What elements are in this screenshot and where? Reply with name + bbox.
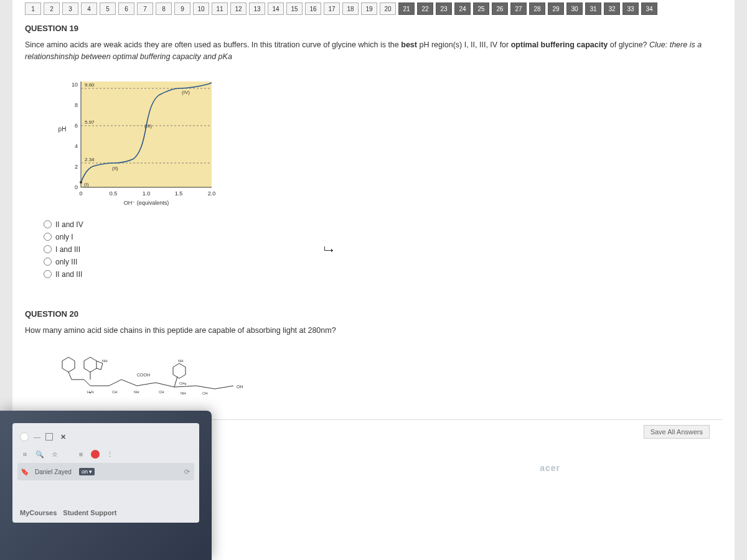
qnav-item-33[interactable]: 33	[622, 2, 639, 15]
qnav-item-19[interactable]: 19	[361, 2, 377, 15]
qnav-item-15[interactable]: 15	[286, 2, 303, 15]
svg-text:0: 0	[79, 190, 82, 197]
qnav-item-22[interactable]: 22	[417, 2, 433, 15]
refresh-icon[interactable]: ⟳	[182, 467, 192, 477]
svg-text:(I): (I)	[84, 182, 89, 187]
qnav-item-32[interactable]: 32	[604, 2, 620, 15]
profile-name[interactable]: Daniel Zayed	[35, 469, 72, 475]
qnav-item-10[interactable]: 10	[193, 2, 209, 15]
qnav-item-23[interactable]: 23	[436, 2, 452, 15]
svg-text:10: 10	[72, 82, 78, 88]
qnav-item-26[interactable]: 26	[492, 2, 508, 15]
radio-c[interactable]	[44, 245, 52, 253]
svg-text:5.97: 5.97	[85, 119, 95, 125]
star-icon[interactable]: ☆	[50, 449, 60, 459]
svg-point-26	[80, 181, 82, 184]
qnav-item-12[interactable]: 12	[230, 2, 247, 15]
qnav-item-1[interactable]: 1	[25, 2, 41, 15]
qnav-item-13[interactable]: 13	[249, 2, 265, 15]
svg-text:(IV): (IV)	[182, 90, 190, 95]
monitor-brand: acer	[540, 463, 560, 473]
qnav-item-34[interactable]: 34	[641, 2, 657, 15]
tab-student-support[interactable]: Student Support	[63, 509, 116, 516]
qnav-item-17[interactable]: 17	[324, 2, 340, 15]
qnav-item-8[interactable]: 8	[156, 2, 172, 15]
svg-text:NH: NH	[178, 359, 184, 363]
peptide-structure: NH COOH NH OH H₂N CH NH	[50, 348, 722, 407]
svg-text:OH: OH	[237, 385, 243, 389]
qnav-item-29[interactable]: 29	[548, 2, 564, 15]
svg-text:0.5: 0.5	[110, 190, 118, 197]
svg-line-30	[84, 380, 90, 386]
bookmark-icon: 🔖	[20, 467, 30, 477]
svg-line-43	[174, 386, 196, 387]
record-icon[interactable]	[91, 450, 100, 459]
tab-mycourses[interactable]: MyCourses	[20, 509, 57, 516]
app-icon[interactable]	[20, 432, 29, 441]
qnav-item-21[interactable]: 21	[398, 2, 415, 15]
option-c-label: I and III	[55, 245, 80, 254]
qnav-item-7[interactable]: 7	[137, 2, 153, 15]
svg-text:(III): (III)	[144, 123, 152, 129]
radio-a[interactable]	[44, 220, 52, 228]
svg-line-45	[215, 386, 233, 389]
qnav-item-24[interactable]: 24	[454, 2, 471, 15]
svg-line-36	[121, 380, 137, 386]
list-icon[interactable]: ≡	[76, 449, 86, 459]
svg-text:pH: pH	[59, 126, 67, 133]
qnav-item-30[interactable]: 30	[566, 2, 583, 15]
svg-text:NH: NH	[102, 359, 108, 363]
svg-line-35	[109, 380, 121, 386]
option-d[interactable]: only III	[44, 256, 722, 268]
qnav-item-9[interactable]: 9	[174, 2, 190, 15]
question-20-text: How many amino acid side chains in this …	[25, 322, 722, 343]
svg-text:COOH: COOH	[137, 373, 150, 377]
titration-chart: 0 2 4 6 8 10 pH 0 0.5 1.0 1.5 2.0 OH⁻ (e…	[50, 75, 722, 212]
qnav-item-27[interactable]: 27	[510, 2, 527, 15]
copy-icon[interactable]	[45, 433, 53, 441]
svg-text:CH: CH	[159, 390, 164, 394]
search-icon[interactable]: 🔍	[35, 449, 45, 459]
qnav-item-3[interactable]: 3	[62, 2, 78, 15]
svg-text:H₂N: H₂N	[87, 390, 94, 394]
badge: on ▾	[79, 468, 95, 475]
qnav-item-31[interactable]: 31	[585, 2, 601, 15]
radio-e[interactable]	[44, 270, 52, 278]
option-a-label: II and IV	[55, 220, 83, 229]
qnav-item-11[interactable]: 11	[212, 2, 228, 15]
svg-text:0: 0	[75, 184, 78, 190]
svg-text:2: 2	[75, 164, 78, 170]
option-e[interactable]: II and III	[44, 268, 722, 281]
svg-line-38	[137, 383, 156, 386]
grid-icon[interactable]: ⌗	[20, 449, 30, 459]
svg-line-28	[68, 372, 72, 380]
option-b[interactable]: only I	[44, 231, 722, 243]
option-a[interactable]: II and IV	[44, 218, 722, 231]
svg-text:CH₂: CH₂	[179, 381, 187, 385]
svg-text:1.0: 1.0	[143, 190, 151, 197]
qnav-item-4[interactable]: 4	[81, 2, 97, 15]
svg-text:CH: CH	[112, 390, 118, 394]
qnav-item-28[interactable]: 28	[529, 2, 545, 15]
radio-d[interactable]	[44, 258, 52, 266]
svg-text:9.60: 9.60	[85, 82, 95, 88]
qnav-item-16[interactable]: 16	[305, 2, 321, 15]
qnav-item-2[interactable]: 2	[44, 2, 60, 15]
option-d-label: only III	[55, 258, 77, 266]
qnav-item-18[interactable]: 18	[342, 2, 359, 15]
more-icon[interactable]: ⋮	[105, 449, 115, 459]
qnav-item-20[interactable]: 20	[380, 2, 396, 15]
question-19-header: QUESTION 19	[25, 20, 722, 37]
option-c[interactable]: I and III	[44, 243, 722, 256]
qnav-item-5[interactable]: 5	[100, 2, 116, 15]
question-20-header: QUESTION 20	[25, 306, 722, 322]
qnav-item-6[interactable]: 6	[118, 2, 134, 15]
radio-b[interactable]	[44, 233, 52, 241]
close-icon[interactable]: ✕	[58, 432, 68, 442]
svg-rect-0	[81, 82, 212, 187]
save-all-answers-button[interactable]: Save All Answers	[644, 425, 710, 439]
svg-text:4: 4	[75, 143, 78, 149]
qnav-item-14[interactable]: 14	[268, 2, 284, 15]
qnav-item-25[interactable]: 25	[473, 2, 489, 15]
svg-text:NH: NH	[134, 390, 139, 394]
